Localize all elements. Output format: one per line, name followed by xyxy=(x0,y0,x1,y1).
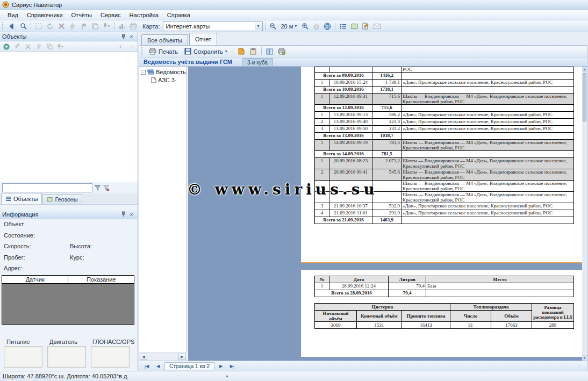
back-button[interactable] xyxy=(6,21,17,31)
table-cell: 1 xyxy=(315,94,329,105)
summary-group-cistern: Цистерна xyxy=(315,304,450,311)
power-indicator-box xyxy=(4,346,42,368)
table-cell xyxy=(401,151,574,158)
issue-header-date: Дата xyxy=(329,276,389,283)
summary-table: Цистерна Топливораздача Разница показани… xyxy=(314,303,574,329)
next-page-button[interactable]: ▶ xyxy=(216,362,226,370)
objects-toolbar: ▾ + − xyxy=(0,41,138,52)
clear-filter-icon[interactable] xyxy=(103,184,110,191)
scroll-up-icon[interactable]: ▲ xyxy=(582,67,587,72)
export-icon[interactable] xyxy=(236,46,247,56)
report-doc-tab[interactable]: 3-и куба xyxy=(242,58,273,66)
track-object-icon[interactable] xyxy=(34,42,44,51)
select-area-icon[interactable] xyxy=(33,21,44,31)
table-cell: «Дон», Пролетарское сельское поселение, … xyxy=(401,126,574,133)
table-cell: 1038,7 xyxy=(372,133,401,140)
delete-icon[interactable] xyxy=(56,21,67,31)
table-cell: 10.09.2016 15:24 xyxy=(329,80,372,87)
page-setup-icon[interactable] xyxy=(276,46,287,56)
report-edit-icon[interactable] xyxy=(360,21,371,31)
sensor-header-value: Показание xyxy=(68,276,134,284)
table-row: Всего за 14.09.2016781,5 xyxy=(315,151,574,158)
edit-object-icon[interactable] xyxy=(12,42,22,51)
info-state-label: Состояние: xyxy=(4,232,35,239)
table-row: РОС xyxy=(315,67,574,73)
home-icon[interactable] xyxy=(311,21,321,31)
left-panel-tabs: Объекты Геозоны xyxy=(0,193,138,205)
pin-icon[interactable] xyxy=(119,211,127,218)
search-input[interactable] xyxy=(2,183,92,192)
menu-item-otchety[interactable]: Отчёты xyxy=(67,11,96,19)
objects-list[interactable] xyxy=(0,52,138,182)
menu-item-spravka[interactable]: Справка xyxy=(163,11,195,19)
table-cell: Шахты — Владимировская — М4 «Дон», Влади… xyxy=(401,181,574,192)
menu-item-spravochniki[interactable]: Справочники xyxy=(23,11,67,19)
layers-icon[interactable] xyxy=(90,21,101,31)
group-objects-icon[interactable] xyxy=(45,42,54,51)
tab-report[interactable]: Отчет xyxy=(189,33,217,45)
show-on-map-dropdown[interactable]: ▾ xyxy=(55,42,65,51)
tab-geozones-label: Геозоны xyxy=(55,196,77,203)
last-page-button[interactable]: ▶| xyxy=(227,362,237,370)
map-combo[interactable]: Интернет-карты ▾ xyxy=(163,21,263,31)
sensor-table: Датчик Показание xyxy=(2,275,134,325)
close-icon[interactable]: × xyxy=(127,211,135,218)
first-page-button[interactable]: |◀ xyxy=(142,362,152,370)
status-dropdown-icon[interactable]: ▾ xyxy=(226,374,228,379)
table-cell xyxy=(329,67,372,73)
menu-item-nastroyka[interactable]: Настройка xyxy=(125,11,163,19)
table-cell: 13.09.2016 09:50 xyxy=(329,126,372,133)
scroll-left-icon[interactable]: ◀ xyxy=(140,354,147,360)
objects-list-icon[interactable] xyxy=(338,21,348,31)
table-row: 114.09.2016 09:19781,5Шахты — Владимиров… xyxy=(315,140,574,151)
scroll-right-icon[interactable]: ▶ xyxy=(178,354,186,360)
collapse-all-button[interactable]: − xyxy=(126,42,136,51)
table-cell: Всего за 21.09.2016 xyxy=(315,217,372,224)
zoom-in-icon[interactable] xyxy=(299,21,310,31)
close-icon[interactable]: × xyxy=(127,33,135,40)
tree-hscrollbar[interactable]: ◀ ▶ xyxy=(139,353,187,361)
scroll-down-icon[interactable]: ▼ xyxy=(582,355,587,361)
tab-geozones[interactable]: Геозоны xyxy=(42,194,82,204)
toolbar-separator xyxy=(31,22,31,30)
menu-item-vid[interactable]: Вид xyxy=(3,11,23,19)
table-cell: Шахты — Владимировская — М4 «Дон», Влади… xyxy=(401,94,574,105)
clipboard-icon[interactable] xyxy=(248,46,259,56)
refresh-icon[interactable] xyxy=(45,21,55,31)
delete-object-icon[interactable] xyxy=(23,42,33,51)
table-cell: 2 xyxy=(315,119,329,126)
flag-icon[interactable] xyxy=(78,21,89,31)
print-map-icon[interactable] xyxy=(128,21,139,31)
info-speed-label: Скорость: xyxy=(4,243,31,249)
chart-icon[interactable] xyxy=(117,21,127,31)
layout-columns-icon[interactable] xyxy=(264,46,275,56)
print-button[interactable]: Печать xyxy=(146,46,181,56)
add-object-button[interactable] xyxy=(2,42,11,51)
report-book-icon xyxy=(147,69,154,75)
expand-all-button[interactable]: + xyxy=(116,42,125,51)
pin-icon[interactable] xyxy=(119,33,127,40)
info-panel-header: Информация × xyxy=(0,210,138,219)
watermark: © www.sirius.su xyxy=(188,181,378,198)
scrollbar-thumb[interactable] xyxy=(583,73,586,121)
menu-item-servis[interactable]: Сервис xyxy=(96,11,125,19)
geozones-icon[interactable] xyxy=(349,21,360,31)
save-button[interactable]: Сохранить ▾ xyxy=(182,46,230,56)
tree-expander-icon[interactable]: - xyxy=(141,70,146,75)
pin-dropdown[interactable]: ▾ xyxy=(101,21,112,31)
zoom-level-dropdown[interactable]: 20 м ▾ xyxy=(279,21,299,31)
tab-objects[interactable]: Объекты xyxy=(1,193,42,204)
tree-node-child[interactable]: АЗС 3- xyxy=(151,77,186,83)
main-toolbar: ▾ Карта: Интернет-карты ▾ 20 м ▾ xyxy=(0,20,588,32)
zoom-out-icon[interactable] xyxy=(268,21,278,31)
tree-node-root[interactable]: - Ведомость xyxy=(141,69,186,75)
globe-icon[interactable] xyxy=(322,21,333,31)
track-icon[interactable] xyxy=(67,21,78,31)
info-mileage-label: Пробег: xyxy=(4,254,25,261)
mail-icon[interactable] xyxy=(371,21,382,31)
search-object-button[interactable] xyxy=(18,21,28,31)
filter-icon[interactable] xyxy=(94,184,101,191)
report-viewport[interactable]: РОСВсего за 09.09.20161436,2110.09.2016 … xyxy=(188,67,582,361)
prev-page-button[interactable]: ◀ xyxy=(153,362,163,370)
tab-all-objects[interactable]: Все объекты xyxy=(141,34,188,45)
